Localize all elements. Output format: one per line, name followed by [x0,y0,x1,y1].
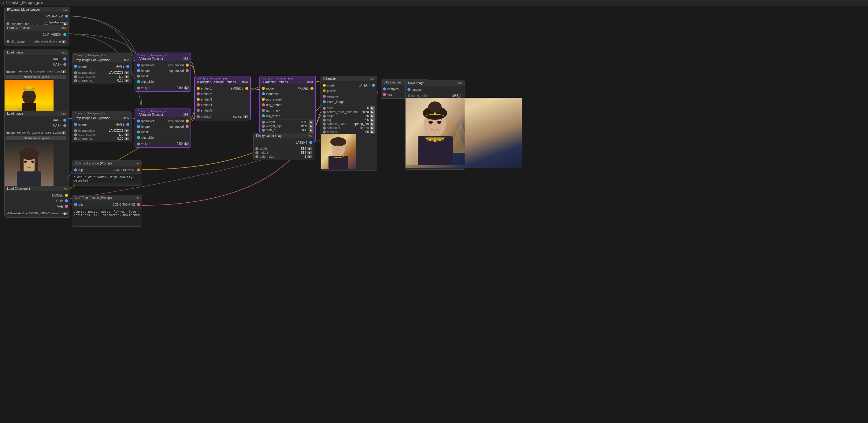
prep52-sharp-btn[interactable]: ▶ [124,79,129,82]
ks-seed-btn[interactable]: ▶ [370,106,375,110]
ks-sampler-btn[interactable]: ▶ [370,122,375,126]
node-title-save-image: Save Image #62 [406,80,465,86]
node-title-clip-vision: Load CLIP Vision #16 [5,25,68,31]
prep55-interp-btn[interactable]: ▶ [124,129,129,132]
node-title-ksampler: KSampler #60 [321,76,377,81]
choose-file-btn-38[interactable]: choose file to upload [6,136,66,140]
choose-file-btn-12[interactable]: choose file to upload [6,75,66,79]
svg-point-29 [437,121,441,124]
port-ct7-cond-out [137,203,140,206]
ks-denoise-btn[interactable]: ▶ [370,130,375,134]
node-title-clip-text-6: CLIP Text Encode (Prompt) #6 [72,161,142,166]
port-enc56-neg-out [186,125,189,128]
svg-rect-10 [20,154,24,172]
port-comb58-embed4-in [197,103,200,106]
node-title-ipadapter-loader: IPAdapter Model Loader #15 [5,7,70,12]
port-ks-pos-in [323,89,326,92]
port-ct7-clip-in [74,203,77,206]
port-ks-latent-in [323,100,326,103]
svg-point-28 [429,121,433,124]
port-vae-samples-in [383,88,386,91]
node-title-empty-latent: Empty Latent Image #5 [253,133,314,138]
port-comb58-embed3-in [197,98,200,101]
port-vae-vae-in [383,93,386,96]
node-load-image-38: Load Image #38 IMAGE MASK image RunComfy… [4,111,68,190]
port-ks-control [323,111,326,114]
emb59-wtype-btn[interactable]: ▶ [309,124,313,128]
port-ks-seed [323,107,326,110]
image12-file-btn[interactable]: ▶ [61,70,66,73]
emb59-weight-btn[interactable]: ▶ [309,121,313,124]
clip-name-btn[interactable]: ▶ [61,40,66,43]
port-emb59-pos-in [262,98,265,101]
enc53-weight-btn[interactable]: ▶ [184,86,189,90]
node-title-clip-text-7: CLIP Text Encode (Prompt) #7 [72,195,142,200]
svg-point-34 [429,139,431,141]
node-load-checkpoint-4: Load Checkpoint #4 MODEL CLIP VAE v1-5\r… [4,186,70,218]
prep55-crop-btn[interactable]: ▶ [124,133,129,136]
port-ks-cfg [323,119,326,122]
clip-text-6-input[interactable]: closeup of a woman, high quality, detail… [72,174,142,184]
port-latent5-height [255,151,258,154]
prep52-interp-btn[interactable]: ▶ [124,71,129,74]
port-ipadapter-out [65,15,68,18]
port-prep55-image-out [126,123,129,126]
port-enc56-ipadapter-in [137,120,140,123]
port-enc53-clip-in [137,80,140,83]
port-image12-out [63,58,66,61]
svg-point-35 [434,139,436,142]
node-combine-embeds-58: ComfyUI_IPAdapter_plus IPAdapter Combine… [194,76,251,121]
port-ks-model-in [323,84,326,87]
svg-point-36 [439,139,441,141]
port-emb59-model-out [310,87,313,90]
node-empty-latent-5: Empty Latent Image #5 LATENT width 512 ▶… [253,133,314,160]
port-enc53-image-in [137,69,140,72]
latent5-width-btn[interactable]: ▶ [307,147,312,150]
ckpt-file-btn[interactable]: ▶ [63,212,68,215]
ks-cfg-btn[interactable]: ▶ [370,118,375,122]
port-emb59-ipadapter-in [262,92,265,95]
port-emb59-neg-in [262,103,265,106]
port-enc53-mask-in [137,74,140,78]
svg-point-3 [22,89,36,104]
port-emb59-weight [262,121,265,124]
node-prep-clip-52: ComfyUI_IPAdapter_plus Prep Image For Cl… [72,53,131,84]
enc56-weight-btn[interactable]: ▶ [184,142,189,145]
ks-steps-btn[interactable]: ▶ [370,114,375,118]
port-emb59-start [262,129,265,132]
ks-control-btn[interactable]: ▶ [370,110,375,114]
svg-point-33 [426,137,428,139]
port-image38-out [63,119,66,122]
port-enc53-pos-out [186,64,189,67]
comb58-method-btn[interactable]: ▶ [244,115,248,118]
image38-file-btn[interactable]: ▶ [61,131,66,134]
prep52-crop-btn[interactable]: ▶ [124,75,129,78]
svg-point-37 [442,137,444,139]
port-save-images-in [407,88,410,91]
save-image-preview [406,98,522,168]
svg-rect-6 [26,86,32,89]
port-ks-sampler [323,123,326,126]
port-ckpt-clip-out [65,199,68,202]
prep55-sharp-btn[interactable]: ▶ [124,137,129,140]
node-prep-clip-55: ComfyUI_IPAdapter_plus Prep Image For Cl… [72,111,131,142]
port-ckpt-model-out [65,194,68,197]
svg-point-19 [336,148,341,151]
emb59-start-btn[interactable]: ▶ [309,128,313,132]
latent5-batch-btn[interactable]: ▶ [307,155,312,158]
latent5-height-btn[interactable]: ▶ [307,151,312,154]
port-enc56-weight [137,142,140,145]
port-latent5-out [309,141,312,144]
ks-scheduler-btn[interactable]: ▶ [370,126,375,130]
svg-point-13 [24,161,27,163]
port-comb58-embeds-out [245,87,248,90]
port-prep52-image-out [126,65,129,68]
svg-rect-11 [35,154,38,172]
node-ksampler-60: KSampler #60 model LATENT positive negat… [320,76,377,170]
port-enc53-weight [137,87,140,90]
clip-text-7-input[interactable]: blurry, noisy, messy, lowres, jpeg, arti… [72,209,142,225]
port-comb58-embed2-in [197,92,200,95]
port-ckpt-vae-out [65,205,68,208]
port-ks-latent-out [372,84,375,87]
port-emb59-wtype [262,125,265,128]
